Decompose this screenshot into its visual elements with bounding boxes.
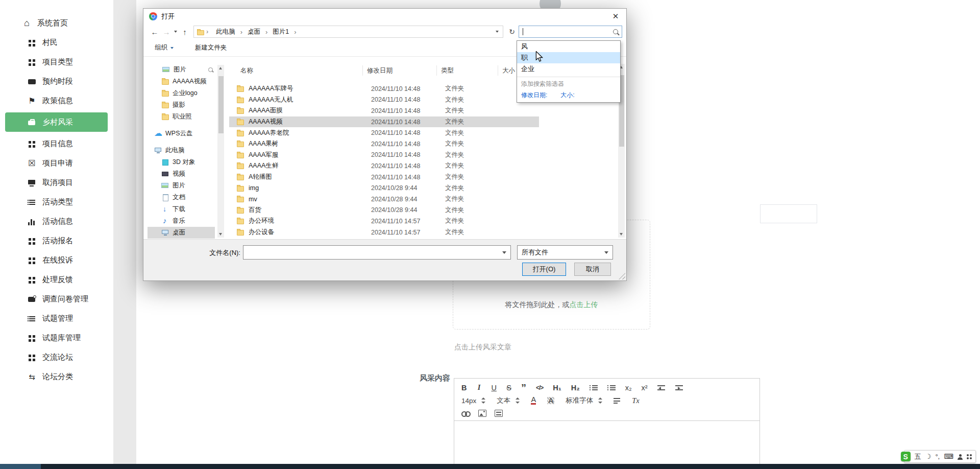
search-filter-link[interactable]: 修改日期: bbox=[521, 91, 547, 100]
ime-mode-button[interactable]: 五 bbox=[915, 452, 921, 462]
sidebar-item[interactable]: 论坛分类 bbox=[0, 369, 113, 384]
sidebar-item[interactable]: 系统首页 bbox=[0, 15, 113, 31]
sidebar-item[interactable]: 政策信息 bbox=[0, 93, 113, 108]
up-button[interactable]: ↑ bbox=[180, 28, 190, 36]
chevron-down-icon[interactable] bbox=[502, 251, 506, 254]
suggestion-item[interactable]: 企业 bbox=[517, 63, 620, 75]
text-color-button[interactable]: A bbox=[531, 396, 536, 405]
new-folder-button[interactable]: 新建文件夹 bbox=[195, 43, 227, 52]
tree-item[interactable]: 3D 对象 bbox=[148, 156, 215, 168]
editor-toolbar-button[interactable]: U bbox=[491, 384, 496, 392]
open-button[interactable]: 打开(O) bbox=[522, 263, 566, 276]
tree-scrollbar[interactable] bbox=[217, 65, 224, 238]
text-style-select[interactable]: 文本 bbox=[497, 396, 520, 405]
refresh-icon[interactable]: ↻ bbox=[507, 28, 517, 36]
tree-item[interactable]: 桌面 bbox=[148, 227, 215, 239]
organize-button[interactable]: 组织 bbox=[155, 43, 174, 52]
scrollbar-thumb[interactable] bbox=[218, 76, 224, 133]
back-button[interactable]: ← bbox=[150, 28, 160, 36]
file-row[interactable]: mv 2024/10/28 9:44 文件夹 bbox=[229, 194, 539, 205]
sidebar-item[interactable]: 村民 bbox=[0, 35, 113, 50]
upload-click-link[interactable]: 点击上传 bbox=[570, 300, 598, 309]
moon-icon[interactable]: ☽ bbox=[925, 452, 932, 462]
editor-toolbar-button[interactable]: x² bbox=[642, 384, 648, 392]
history-caret-icon[interactable] bbox=[174, 31, 177, 33]
editor-toolbar-button[interactable] bbox=[657, 385, 666, 391]
clear-format-button[interactable]: Tx bbox=[632, 396, 640, 405]
editor-toolbar-button[interactable]: S bbox=[506, 384, 511, 392]
file-row[interactable]: 百货 2024/10/28 9:44 文件夹 bbox=[229, 205, 539, 216]
file-row[interactable]: AAAAAA无人机 2024/11/10 14:48 文件夹 bbox=[229, 95, 539, 106]
breadcrumb-item[interactable]: 桌面› bbox=[248, 28, 267, 36]
file-row[interactable]: AAAAA视频 2024/11/10 14:48 文件夹 bbox=[229, 116, 539, 128]
address-bar[interactable]: › 此电脑›桌面›图片1› bbox=[193, 26, 503, 38]
link-icon[interactable] bbox=[461, 410, 470, 416]
editor-toolbar-button[interactable] bbox=[675, 385, 683, 391]
sidebar-item[interactable]: 交流论坛 bbox=[0, 349, 113, 365]
editor-toolbar-button[interactable] bbox=[607, 385, 616, 391]
ime-menu-icon[interactable] bbox=[967, 454, 972, 459]
punctuation-icon[interactable]: °, bbox=[935, 452, 940, 462]
editor-toolbar-button[interactable]: </> bbox=[536, 384, 543, 391]
sidebar-item[interactable]: 取消项目 bbox=[0, 175, 113, 190]
file-row[interactable]: 办公设备 2024/11/10 14:57 文件夹 bbox=[229, 227, 539, 238]
address-dropdown-icon[interactable] bbox=[496, 31, 499, 33]
sidebar-item[interactable]: 预约时段 bbox=[0, 74, 113, 89]
sidebar-item[interactable]: 项目类型 bbox=[0, 54, 113, 69]
tree-item[interactable]: 音乐 bbox=[148, 215, 215, 227]
file-row[interactable]: AAAAA养老院 2024/11/10 14:48 文件夹 bbox=[229, 127, 539, 138]
background-color-button[interactable]: A bbox=[547, 397, 554, 404]
resize-grip[interactable] bbox=[619, 273, 625, 279]
rich-text-editor[interactable]: BIUS”</>H₁H₂x₂x² 14px 文本 A A 标准字体 Tx bbox=[454, 378, 760, 469]
tree-item[interactable]: 图片 bbox=[148, 180, 215, 192]
breadcrumb-item[interactable]: 图片1› bbox=[273, 28, 296, 36]
tree-item[interactable]: 下载 bbox=[148, 203, 215, 215]
tree-item[interactable]: 视频 bbox=[148, 168, 215, 180]
tree-item[interactable]: AAAAA视频 bbox=[148, 76, 215, 87]
file-row[interactable]: 办公环境 2024/11/10 14:57 文件夹 bbox=[229, 216, 539, 227]
filename-input[interactable] bbox=[243, 245, 511, 260]
file-row[interactable]: AAAAAA车牌号 2024/11/10 14:48 文件夹 bbox=[229, 83, 539, 95]
file-row[interactable]: AAAA果树 2024/11/10 14:48 文件夹 bbox=[229, 138, 539, 150]
editor-toolbar-button[interactable]: H₂ bbox=[571, 384, 580, 392]
align-button[interactable] bbox=[614, 397, 621, 404]
file-row[interactable]: AAAA生鲜 2024/11/10 14:48 文件夹 bbox=[229, 160, 539, 172]
tree-item[interactable]: 摄影 bbox=[148, 99, 215, 111]
sidebar-item[interactable]: 活动信息 bbox=[0, 214, 113, 229]
forward-button[interactable]: → bbox=[161, 28, 172, 36]
sidebar-item[interactable]: 试题管理 bbox=[0, 311, 113, 326]
file-row[interactable]: AAAAA面膜 2024/11/10 14:48 文件夹 bbox=[229, 105, 539, 116]
filetype-select[interactable]: 所有文件 bbox=[517, 245, 613, 260]
editor-toolbar-button[interactable]: x₂ bbox=[625, 384, 632, 392]
sidebar-item[interactable]: 项目信息 bbox=[0, 136, 113, 151]
editor-toolbar-button[interactable] bbox=[590, 385, 598, 391]
tree-item[interactable]: 图片 bbox=[148, 64, 215, 76]
tree-item[interactable]: 此电脑 bbox=[148, 145, 215, 156]
search-filter-link[interactable]: 大小: bbox=[560, 91, 574, 100]
file-row[interactable]: A轮播图 2024/11/10 14:48 文件夹 bbox=[229, 172, 539, 183]
account-icon[interactable] bbox=[958, 454, 963, 459]
editor-toolbar-button[interactable]: I bbox=[476, 383, 481, 392]
sogou-logo-icon[interactable]: S bbox=[901, 452, 911, 461]
partially-hidden-field[interactable] bbox=[760, 204, 817, 223]
tree-item[interactable]: WPS云盘 bbox=[148, 128, 215, 139]
font-family-select[interactable]: 标准字体 bbox=[566, 396, 602, 405]
taskbar[interactable] bbox=[0, 464, 980, 469]
sidebar-item[interactable]: 乡村风采 bbox=[5, 112, 108, 132]
column-date[interactable]: 修改日期 bbox=[363, 65, 437, 76]
file-row[interactable]: AAAA军服 2024/11/10 14:48 文件夹 bbox=[229, 150, 539, 161]
file-row[interactable]: img 2024/10/28 9:44 文件夹 bbox=[229, 182, 539, 194]
font-size-select[interactable]: 14px bbox=[461, 397, 485, 405]
editor-toolbar-button[interactable]: B bbox=[461, 384, 467, 392]
sidebar-item[interactable]: 处理反馈 bbox=[0, 272, 113, 287]
editor-toolbar-button[interactable]: ” bbox=[521, 385, 526, 391]
sidebar-item[interactable]: 项目申请 bbox=[0, 155, 113, 171]
sidebar-item[interactable]: 活动类型 bbox=[0, 194, 113, 209]
keyboard-icon[interactable]: ⌨ bbox=[944, 452, 953, 462]
sidebar-item[interactable]: 调查问卷管理 bbox=[0, 291, 113, 307]
search-input[interactable] bbox=[519, 26, 622, 38]
tree-item[interactable]: 职业照 bbox=[148, 111, 215, 123]
sidebar-item[interactable]: 活动报名 bbox=[0, 233, 113, 248]
tree-item[interactable]: 文档 bbox=[148, 192, 215, 203]
image-icon[interactable] bbox=[478, 410, 486, 417]
